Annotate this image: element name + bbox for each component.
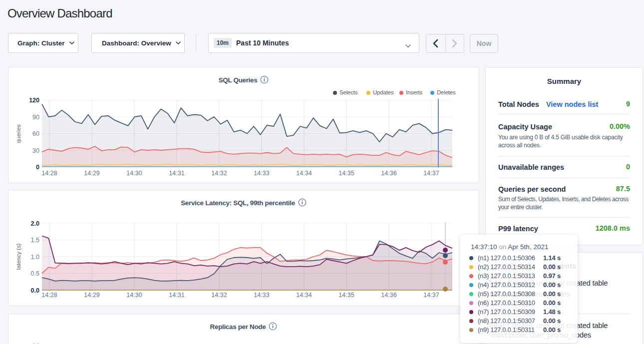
svg-text:14:29: 14:29	[84, 170, 99, 177]
svg-text:14:36: 14:36	[381, 292, 396, 299]
svg-text:14:28: 14:28	[41, 292, 57, 299]
svg-text:1.5: 1.5	[31, 237, 39, 244]
svg-text:90: 90	[32, 114, 39, 121]
svg-text:14:32: 14:32	[211, 170, 227, 177]
svg-text:0.5: 0.5	[31, 270, 39, 277]
svg-text:14:37: 14:37	[423, 292, 439, 299]
svg-text:14:36: 14:36	[381, 170, 396, 177]
svg-text:14:30: 14:30	[126, 170, 142, 177]
svg-text:14:35: 14:35	[338, 170, 354, 177]
svg-text:2.0: 2.0	[31, 220, 39, 227]
svg-text:14:34: 14:34	[296, 292, 312, 299]
svg-text:14:34: 14:34	[296, 170, 312, 177]
svg-text:14:37: 14:37	[423, 170, 439, 177]
svg-text:0: 0	[36, 164, 39, 171]
svg-text:14:33: 14:33	[254, 170, 269, 177]
svg-text:14:35: 14:35	[338, 292, 354, 299]
svg-text:0.0: 0.0	[31, 287, 39, 294]
svg-text:14:31: 14:31	[169, 292, 184, 299]
svg-text:30: 30	[32, 147, 39, 154]
svg-text:14:32: 14:32	[211, 292, 227, 299]
svg-text:latency (s): latency (s)	[15, 243, 21, 270]
svg-text:1.0: 1.0	[31, 254, 39, 261]
svg-text:60: 60	[32, 130, 39, 137]
svg-text:14:31: 14:31	[169, 170, 184, 177]
svg-text:14:30: 14:30	[126, 292, 142, 299]
svg-text:queries: queries	[15, 124, 21, 143]
svg-text:14:29: 14:29	[84, 292, 99, 299]
svg-text:14:33: 14:33	[254, 292, 269, 299]
svg-text:14:28: 14:28	[41, 170, 57, 177]
svg-text:120: 120	[29, 97, 39, 104]
